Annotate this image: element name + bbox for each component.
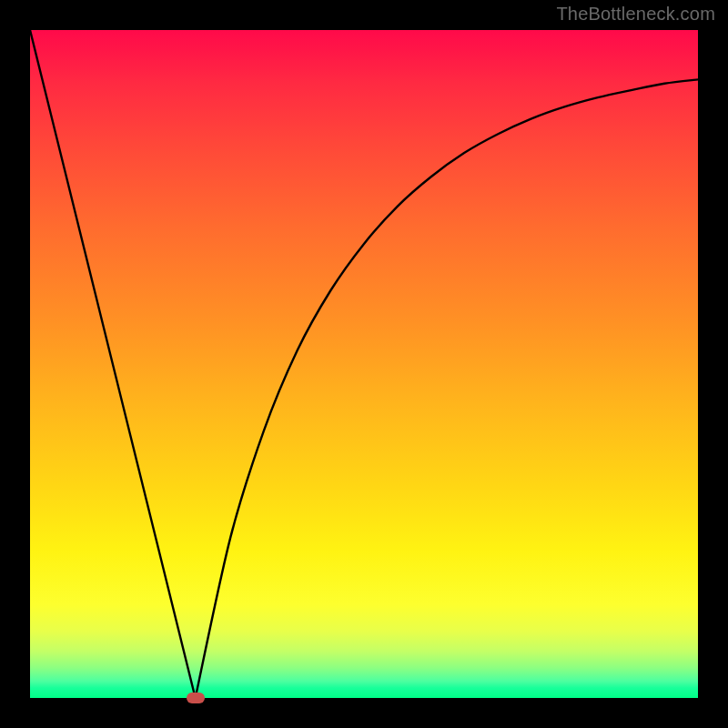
curve-path (30, 30, 698, 698)
watermark-text: TheBottleneck.com (556, 4, 715, 25)
minimum-marker (187, 693, 205, 703)
bottleneck-curve (30, 30, 698, 698)
plot-area (30, 30, 698, 698)
chart-container: TheBottleneck.com (0, 0, 728, 728)
